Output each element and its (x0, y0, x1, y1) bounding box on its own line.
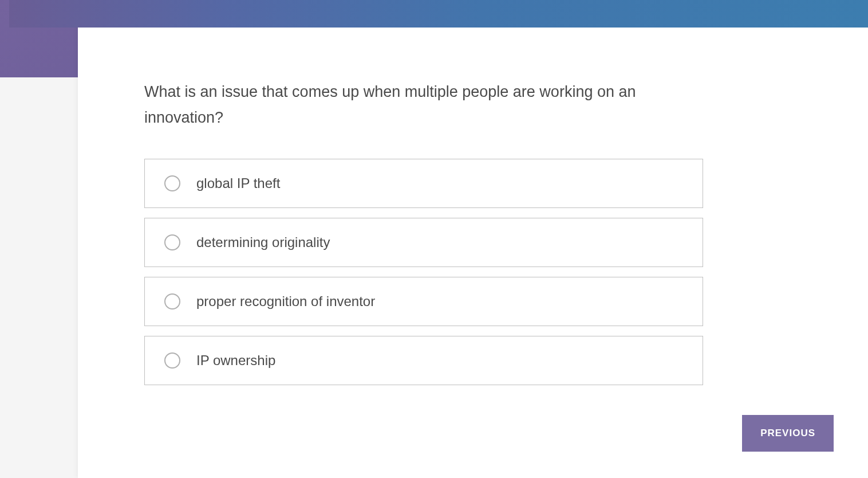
option-label: proper recognition of inventor (196, 293, 375, 309)
options-container: global IP theft determining originality … (144, 159, 703, 385)
option-2[interactable]: proper recognition of inventor (144, 277, 703, 326)
option-label: global IP theft (196, 175, 280, 191)
radio-icon (164, 352, 180, 369)
radio-icon (164, 175, 180, 191)
header-strip (9, 0, 868, 28)
previous-button[interactable]: PREVIOUS (742, 415, 834, 452)
option-0[interactable]: global IP theft (144, 159, 703, 208)
question-card: What is an issue that comes up when mult… (78, 28, 868, 478)
question-text: What is an issue that comes up when mult… (144, 79, 660, 130)
option-3[interactable]: IP ownership (144, 336, 703, 385)
option-label: determining originality (196, 234, 330, 250)
radio-icon (164, 234, 180, 250)
option-label: IP ownership (196, 352, 275, 369)
previous-button-label: PREVIOUS (760, 428, 815, 438)
radio-icon (164, 293, 180, 309)
option-1[interactable]: determining originality (144, 218, 703, 267)
